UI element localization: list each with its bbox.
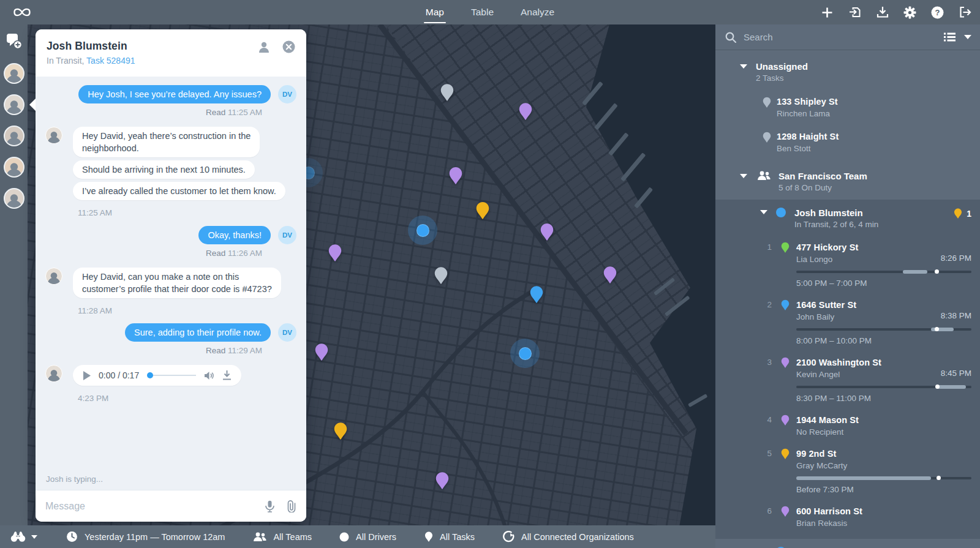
task-pin-purple-icon bbox=[781, 415, 790, 426]
attachment-icon[interactable] bbox=[287, 500, 296, 512]
map-pin-gray[interactable] bbox=[434, 266, 448, 285]
task-row-4[interactable]: 4 1944 Mason St No Recipient bbox=[715, 409, 980, 443]
chat-input-bar bbox=[36, 490, 306, 522]
task-row-1[interactable]: 1 477 Hickory St Lia Longo 8:26 PM 5:00 … bbox=[715, 236, 980, 294]
task-pin-gray-icon bbox=[763, 97, 771, 108]
filter-teams[interactable]: All Teams bbox=[253, 532, 312, 542]
message-bubble: Should be arriving in the next 10 minute… bbox=[73, 160, 255, 179]
drivers-icon bbox=[339, 532, 349, 542]
map-pin-blue[interactable] bbox=[530, 285, 544, 304]
driver-avatar[interactable] bbox=[4, 63, 24, 84]
map-pin-yellow[interactable] bbox=[334, 422, 348, 441]
chat-messages: Hey Josh, I see you’re delayed. Any issu… bbox=[36, 77, 306, 490]
chat-header: Josh Blumstein In Transit, Task 528491 bbox=[36, 29, 306, 77]
collapse-caret-icon[interactable] bbox=[740, 174, 747, 178]
filter-label: Yesterday 11pm — Tomorrow 12am bbox=[85, 532, 225, 542]
map-pin-purple[interactable] bbox=[540, 223, 554, 242]
filter-drivers[interactable]: All Drivers bbox=[339, 532, 396, 542]
search-icon bbox=[725, 32, 736, 43]
task-row-2[interactable]: 2 1646 Sutter St John Baily 8:38 PM 8:00… bbox=[715, 294, 980, 351]
driver-avatar[interactable] bbox=[4, 126, 24, 146]
map-pin-yellow[interactable] bbox=[476, 201, 490, 220]
map-driver-location-dot[interactable] bbox=[510, 339, 540, 368]
tab-table[interactable]: Table bbox=[471, 0, 494, 24]
task-number: 3 bbox=[760, 356, 772, 369]
badge-pin-yellow-icon bbox=[954, 208, 962, 219]
driver-task-badge: 1 bbox=[954, 208, 971, 219]
settings-gear-icon[interactable] bbox=[903, 6, 916, 19]
close-chat-icon[interactable] bbox=[282, 40, 295, 56]
chat-task-link[interactable]: Task 528491 bbox=[86, 56, 135, 66]
unassigned-task-row[interactable]: 133 Shipley St Rinchen Lama bbox=[715, 90, 980, 125]
microphone-icon[interactable] bbox=[265, 500, 274, 512]
driver-avatar[interactable] bbox=[4, 188, 24, 209]
app-window: Map Table Analyze bbox=[0, 0, 980, 548]
driver-avatar-josh-active[interactable] bbox=[4, 94, 24, 115]
group-unassigned[interactable]: Unassigned 2 Tasks bbox=[715, 50, 980, 90]
filter-time-range[interactable]: Yesterday 11pm — Tomorrow 12am bbox=[66, 531, 225, 542]
search-input[interactable] bbox=[744, 32, 944, 42]
map-pin-purple[interactable] bbox=[328, 244, 342, 263]
audio-seek-slider[interactable] bbox=[147, 372, 196, 378]
task-address: 600 Harrison St bbox=[796, 505, 971, 517]
top-bar: Map Table Analyze bbox=[0, 0, 980, 24]
add-icon[interactable] bbox=[821, 6, 834, 19]
topbar-actions: ? bbox=[821, 0, 971, 24]
map-pin-purple[interactable] bbox=[315, 343, 329, 362]
logout-icon[interactable] bbox=[959, 6, 971, 19]
map-pin-gray[interactable] bbox=[440, 83, 454, 102]
download-audio-icon[interactable] bbox=[222, 370, 232, 380]
help-icon[interactable]: ? bbox=[931, 6, 944, 19]
filter-label: All Drivers bbox=[356, 532, 396, 542]
volume-icon[interactable] bbox=[204, 371, 214, 380]
message-bubble: Okay, thanks! bbox=[198, 226, 271, 244]
map-pin-purple[interactable] bbox=[519, 102, 533, 121]
message-incoming: Hey David, can you make a note on this c… bbox=[45, 268, 296, 315]
collapse-caret-icon[interactable] bbox=[740, 64, 747, 69]
task-row-3[interactable]: 3 2100 Washington St Kevin Angel 8:45 PM… bbox=[715, 351, 980, 409]
task-number: 1 bbox=[760, 241, 772, 253]
map-pin-purple[interactable] bbox=[435, 471, 450, 490]
teams-icon bbox=[253, 532, 266, 542]
task-window: Before 7:30 PM bbox=[796, 484, 971, 495]
group-title: San Francisco Team bbox=[778, 170, 867, 182]
import-icon[interactable] bbox=[848, 6, 861, 19]
export-icon[interactable] bbox=[876, 6, 889, 19]
task-window: 8:00 PM – 10:00 PM bbox=[796, 335, 971, 347]
map-pin-purple[interactable] bbox=[603, 266, 617, 285]
task-recipient: Kevin Angel bbox=[796, 369, 840, 380]
task-number: 6 bbox=[760, 505, 772, 517]
driver-row-cindy[interactable]: Cindy Cheung Offline, 0 of 4 bbox=[715, 539, 980, 548]
map-driver-location-dot[interactable] bbox=[408, 216, 437, 245]
play-icon[interactable] bbox=[83, 371, 91, 380]
driver-avatar[interactable] bbox=[4, 157, 24, 178]
view-scope-control[interactable] bbox=[10, 531, 37, 542]
task-window: 8:30 PM – 11:00 PM bbox=[796, 392, 971, 404]
sort-caret-icon[interactable] bbox=[964, 35, 971, 39]
tab-analyze[interactable]: Analyze bbox=[521, 0, 554, 24]
chat-rail bbox=[0, 24, 28, 525]
task-pin-purple-icon bbox=[781, 506, 790, 517]
task-row-5[interactable]: 5 99 2nd St Gray McCarty Before 7:30 PM bbox=[715, 443, 980, 500]
list-view-icon[interactable] bbox=[944, 32, 956, 42]
new-chat-icon[interactable] bbox=[6, 34, 22, 52]
tab-map[interactable]: Map bbox=[426, 0, 444, 24]
audio-duration: 0:00 / 0:17 bbox=[99, 370, 139, 380]
task-row-6[interactable]: 6 600 Harrison St Brian Rekasis bbox=[715, 500, 980, 534]
collapse-caret-icon[interactable] bbox=[760, 210, 767, 214]
chat-contact-status: In Transit, Task 528491 bbox=[47, 56, 295, 66]
driver-row-josh[interactable]: Josh Blumstein In Transit, 2 of 6, 4 min… bbox=[715, 200, 980, 236]
task-progress-bar bbox=[796, 269, 971, 274]
group-team[interactable]: San Francisco Team 5 of 8 On Duty bbox=[715, 160, 980, 200]
task-window: 5:00 PM – 7:00 PM bbox=[796, 277, 971, 289]
read-receipt: Read 11:29 AM bbox=[45, 346, 262, 355]
map-pin-purple[interactable] bbox=[449, 167, 463, 186]
chevron-down-icon bbox=[31, 535, 37, 539]
filter-label: All Connected Organizations bbox=[521, 532, 634, 542]
unassigned-task-row[interactable]: 1298 Haight St Ben Stott bbox=[715, 125, 980, 160]
filter-organizations[interactable]: All Connected Organizations bbox=[503, 531, 634, 542]
contact-profile-icon[interactable] bbox=[258, 41, 270, 56]
filter-tasks[interactable]: All Tasks bbox=[424, 531, 475, 542]
task-recipient: No Recipient bbox=[796, 426, 843, 438]
message-input[interactable] bbox=[45, 501, 253, 512]
